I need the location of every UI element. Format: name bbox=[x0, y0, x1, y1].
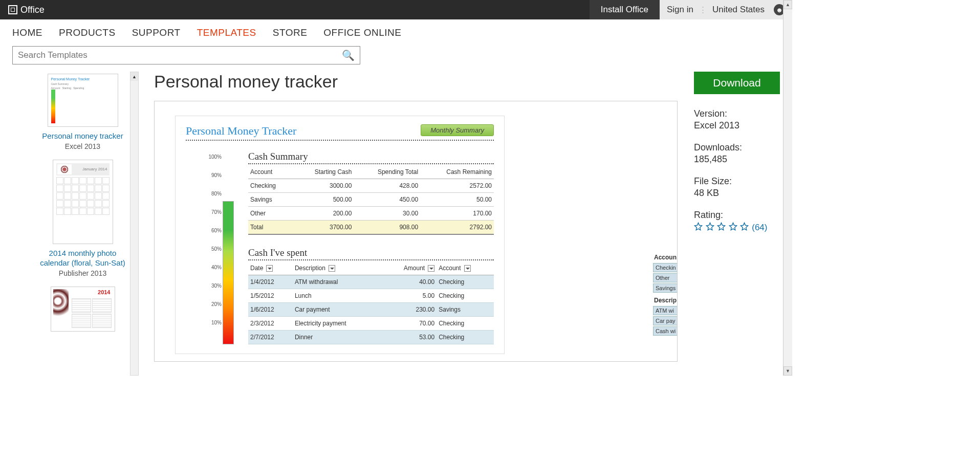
sidebar-scrollbar[interactable]: ▲ bbox=[130, 72, 139, 376]
cash-spent-heading: Cash I've spent bbox=[248, 247, 494, 260]
table-row: 1/6/2012Car payment230.00Savings bbox=[248, 303, 494, 317]
rating-label: Rating: bbox=[694, 210, 780, 221]
template-card[interactable]: 2014 bbox=[37, 287, 128, 332]
install-office-button[interactable]: Install Office bbox=[590, 0, 660, 19]
office-logo[interactable]: Office bbox=[0, 5, 53, 15]
star-icon bbox=[706, 222, 714, 230]
nav-home[interactable]: HOME bbox=[12, 27, 42, 38]
nav-store[interactable]: STORE bbox=[273, 27, 308, 38]
scroll-down-icon[interactable]: ▼ bbox=[783, 366, 792, 376]
star-icon bbox=[717, 222, 726, 230]
table-row: 1/4/2012ATM withdrawal40.00Checking bbox=[248, 275, 494, 289]
monthly-summary-button: Monthly Summary bbox=[421, 124, 494, 136]
table-row: Other200.0030.00170.00 bbox=[248, 207, 494, 221]
gauge-chart: 100% 90% 80% 70% 60% 50% 40% 30% 20% 10% bbox=[186, 151, 222, 345]
template-app: Excel 2013 bbox=[37, 142, 128, 150]
star-icon bbox=[694, 222, 703, 230]
search-input[interactable] bbox=[18, 50, 342, 60]
rating-count: (64) bbox=[752, 223, 767, 233]
account-region: Sign in ⋮ United States ☻ bbox=[660, 0, 792, 19]
template-sidebar: Personal Money Tracker Cash Summary Acco… bbox=[12, 72, 139, 376]
table-row: 2/7/2012Dinner53.00Checking bbox=[248, 331, 494, 344]
page-title: Personal money tracker bbox=[154, 72, 678, 92]
divider: ⋮ bbox=[699, 5, 707, 15]
office-icon bbox=[8, 5, 17, 14]
cash-summary-heading: Cash Summary bbox=[248, 151, 494, 164]
top-bar: Office Install Office Sign in ⋮ United S… bbox=[0, 0, 792, 19]
details-panel: Download Version:Excel 2013 Downloads:18… bbox=[678, 72, 780, 376]
version-value: Excel 2013 bbox=[694, 120, 780, 131]
search-box: 🔍 bbox=[12, 46, 360, 64]
filesize-label: File Size: bbox=[694, 176, 780, 187]
downloads-value: 185,485 bbox=[694, 154, 780, 165]
table-row: Checking3000.00428.002572.00 bbox=[248, 179, 494, 193]
filter-dropdown-icon bbox=[329, 265, 335, 272]
version-label: Version: bbox=[694, 108, 780, 119]
cash-summary-table: Account Starting Cash Spending Total Cas… bbox=[248, 165, 494, 235]
filesize-value: 48 KB bbox=[694, 188, 780, 199]
template-card[interactable]: January 2014 2014 monthly photo calendar… bbox=[37, 160, 128, 277]
nav-products[interactable]: PRODUCTS bbox=[59, 27, 116, 38]
nav-office-online[interactable]: OFFICE ONLINE bbox=[323, 27, 401, 38]
main-nav: HOME PRODUCTS SUPPORT TEMPLATES STORE OF… bbox=[0, 19, 792, 46]
cash-spent-table: Date Description Amount Account 1/4/2012… bbox=[248, 261, 494, 344]
brand-text: Office bbox=[20, 5, 45, 15]
rating-stars[interactable]: (64) bbox=[694, 222, 780, 233]
nav-templates[interactable]: TEMPLATES bbox=[197, 27, 256, 38]
table-row: 2/3/2012Electricity payment70.00Checking bbox=[248, 317, 494, 331]
table-row-total: Total3700.00908.002792.00 bbox=[248, 221, 494, 235]
nav-support[interactable]: SUPPORT bbox=[132, 27, 181, 38]
sign-in-link[interactable]: Sign in bbox=[667, 5, 693, 15]
scroll-up-icon[interactable]: ▲ bbox=[130, 72, 138, 81]
slicer-panel: Accoun Checkin Other Savings Descrip ATM… bbox=[653, 250, 678, 337]
template-preview: Personal Money Tracker Monthly Summary 1… bbox=[154, 101, 678, 362]
table-row: 1/5/2012Lunch5.00Checking bbox=[248, 289, 494, 303]
table-row: Savings500.00450.0050.00 bbox=[248, 193, 494, 207]
download-button[interactable]: Download bbox=[694, 72, 780, 94]
region-link[interactable]: United States bbox=[712, 5, 765, 15]
template-thumbnail: 2014 bbox=[51, 287, 115, 332]
filter-dropdown-icon bbox=[266, 265, 273, 272]
search-icon[interactable]: 🔍 bbox=[342, 49, 355, 61]
downloads-label: Downloads: bbox=[694, 142, 780, 153]
template-thumbnail: Personal Money Tracker Cash Summary Acco… bbox=[48, 74, 118, 127]
template-thumbnail: January 2014 bbox=[53, 160, 113, 244]
template-app: Publisher 2013 bbox=[37, 269, 128, 277]
page-scrollbar[interactable]: ▲ ▼ bbox=[783, 0, 792, 376]
star-icon bbox=[729, 222, 737, 230]
template-title: 2014 monthly photo calendar (floral, Sun… bbox=[37, 248, 128, 268]
filter-dropdown-icon bbox=[428, 265, 434, 272]
scroll-up-icon[interactable]: ▲ bbox=[783, 0, 792, 9]
star-icon bbox=[740, 222, 749, 230]
filter-dropdown-icon bbox=[464, 265, 471, 272]
template-title: Personal money tracker bbox=[37, 131, 128, 141]
template-card[interactable]: Personal Money Tracker Cash Summary Acco… bbox=[37, 74, 128, 150]
